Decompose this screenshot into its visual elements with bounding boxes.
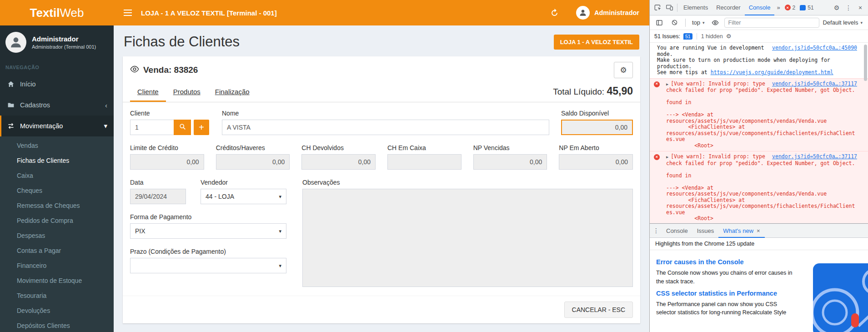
cliente-label: Cliente [130, 110, 210, 117]
source-link[interactable]: vendor.js?id=50cfc0a…:45090 [772, 45, 857, 51]
device-toolbar-icon[interactable] [663, 2, 675, 14]
scrollbar-thumb[interactable] [864, 45, 867, 81]
expand-caret-icon[interactable]: ▶ [666, 155, 668, 159]
chevron-down-icon: ▾ [104, 122, 107, 130]
user-menu[interactable]: Administrador [576, 6, 639, 20]
ch-em-caixa-input [387, 154, 462, 170]
cliente-form: Cliente + [123, 102, 640, 296]
saldo-label: Saldo Disponível [561, 110, 633, 117]
console-filter-input[interactable] [724, 18, 820, 28]
live-expression-eye-icon[interactable] [709, 17, 721, 29]
close-tab-icon[interactable]: × [757, 227, 760, 234]
divider [685, 19, 686, 27]
refresh-icon[interactable] [550, 9, 559, 17]
log-levels-dropdown[interactable]: Default levels ▾ [823, 19, 864, 26]
folder-icon [6, 101, 15, 109]
sidebar-item-fichas-de-clientes[interactable]: Fichas de Clientes [0, 153, 114, 168]
whats-new-text: The Performance panel can now show you C… [656, 300, 795, 317]
hamburger-menu-icon[interactable] [124, 10, 132, 16]
tab-console[interactable]: Console [745, 0, 775, 15]
clear-console-icon[interactable] [668, 17, 680, 29]
cliente-input[interactable] [130, 120, 174, 135]
nome-input[interactable] [222, 120, 549, 135]
tab-cliente[interactable]: Cliente [130, 82, 166, 102]
context-selector[interactable]: top ▾ [691, 19, 706, 26]
deployment-guide-link[interactable]: https://vuejs.org/guide/deployment.html [711, 69, 833, 75]
settings-gear-icon[interactable]: ⚙ [831, 2, 843, 14]
sidebar-item-label: Movimentação [20, 122, 63, 130]
drawer-kebab-icon[interactable]: ⋮ [651, 227, 662, 234]
tab-finalizacao[interactable]: Finalização [208, 82, 257, 102]
add-client-button[interactable]: + [194, 120, 209, 135]
app-logo[interactable]: TextilWeb [0, 0, 114, 25]
brand-light: Web [60, 6, 84, 20]
sidebar-item-cadastros[interactable]: Cadastros ‹ [0, 95, 114, 116]
observacoes-textarea[interactable] [302, 189, 633, 287]
sidebar-item-inicio[interactable]: Início [0, 74, 114, 95]
drawer-tab-whats-new[interactable]: What's new × [718, 224, 764, 238]
hidden-messages-link[interactable]: 1 hidden [701, 33, 723, 40]
tabs-bar: Cliente Produtos Finalização Total Líqui… [123, 82, 640, 102]
vendedor-select[interactable]: 44 - LOJA ▾ [201, 189, 286, 204]
devtools-tabbar: Elements Recorder Console » × 2 51 ⚙ ⋮ × [650, 0, 868, 15]
issues-bubble-icon [800, 5, 806, 10]
source-link[interactable]: vendor.js?id=50cfc0a…:37117 [772, 154, 857, 160]
content-header: Fichas de Clientes LOJA 1 - A VELOZ TEXT… [123, 25, 640, 56]
sidebar-item-movimentacao[interactable]: Movimentação ▾ [0, 116, 114, 136]
error-text: [Vue warn]: Invalid prop: type check fai… [666, 80, 855, 149]
sidebar-item-vendas[interactable]: Vendas [0, 138, 114, 153]
card-title: Venda: 83826 [130, 65, 198, 76]
issues-count-badge[interactable]: 51 [798, 5, 816, 11]
chevron-down-icon: ▾ [702, 20, 705, 25]
drawer-tab-console[interactable]: Console [662, 224, 692, 238]
total-liquido: Total Líquido: 45,90 [553, 85, 633, 99]
expand-caret-icon[interactable]: ▶ [666, 82, 668, 86]
sidebar-item-pedidos-de-compra[interactable]: Pedidos de Compra [0, 213, 114, 228]
store-button[interactable]: LOJA 1 - A VELOZ TEXTIL [554, 35, 639, 50]
inspect-element-icon[interactable] [652, 2, 663, 14]
sidebar-item-movimento-de-estoque[interactable]: Movimento de Estoque [0, 273, 114, 288]
whats-new-header: Highlights from the Chrome 125 update [650, 238, 868, 250]
card-settings-button[interactable]: ⚙ [614, 62, 633, 78]
sidebar-item-remessa-de-cheques[interactable]: Remessa de Cheques [0, 198, 114, 213]
issues-chip[interactable]: 51 [683, 33, 692, 40]
sidebar-item-despesas[interactable]: Despesas [0, 228, 114, 243]
sidebar-item-depositos-clientes[interactable]: Depósitos Clientes [0, 318, 114, 332]
sidebar-item-tesouraria[interactable]: Tesouraria [0, 288, 114, 303]
sidebar-item-devolucoes[interactable]: Devoluções [0, 303, 114, 318]
user-avatar-icon [576, 6, 590, 20]
source-link[interactable]: vendor.js?id=50cfc0a…:37117 [772, 81, 857, 87]
top-navbar: LOJA - 1 A VELOZ TEXTIL [Terminal - 001]… [114, 0, 649, 25]
np-vencidas-input [473, 154, 547, 170]
sidebar-item-cheques[interactable]: Cheques [0, 183, 114, 198]
tab-produtos[interactable]: Produtos [166, 82, 208, 102]
terminal-title: LOJA - 1 A VELOZ TEXTIL [Terminal - 001] [141, 9, 277, 17]
drawer-tab-issues[interactable]: Issues [692, 224, 719, 238]
cancel-button[interactable]: CANCELAR - ESC [564, 302, 633, 318]
np-em-aberto-input [559, 154, 633, 170]
brand-bold: Textil [30, 6, 60, 20]
more-tabs-icon[interactable]: » [774, 4, 782, 11]
sidebar-item-caixa[interactable]: Caixa [0, 168, 114, 183]
close-devtools-icon[interactable]: × [854, 2, 866, 14]
total-value: 45,90 [607, 85, 633, 97]
prazo-select[interactable]: ▾ [130, 258, 286, 273]
kebab-menu-icon[interactable]: ⋮ [843, 2, 854, 14]
chevron-down-icon: ▾ [860, 20, 863, 25]
whats-new-text: The Console now shows you chains of erro… [656, 269, 795, 286]
gear-icon[interactable]: ⚙ [726, 33, 732, 40]
forma-pagamento-select[interactable]: PIX ▾ [130, 223, 286, 239]
error-count-badge[interactable]: × 2 [783, 5, 798, 11]
creditos-input [216, 154, 290, 170]
ch-devolvidos-input [301, 154, 376, 170]
error-text: [Vue warn]: Invalid prop: type check fai… [666, 153, 855, 221]
search-client-button[interactable] [174, 120, 191, 135]
sidebar-item-contas-a-pagar[interactable]: Contas a Pagar [0, 243, 114, 258]
console-message-log: vendor.js?id=50cfc0a…:45090You are runni… [650, 43, 868, 79]
sidebar-item-financeiro[interactable]: Financeiro [0, 258, 114, 273]
tab-recorder[interactable]: Recorder [712, 0, 744, 15]
card-footer: CANCELAR - ESC [123, 296, 640, 323]
console-messages[interactable]: vendor.js?id=50cfc0a…:45090You are runni… [650, 43, 868, 223]
console-sidebar-icon[interactable] [653, 17, 665, 29]
tab-elements[interactable]: Elements [679, 0, 712, 15]
